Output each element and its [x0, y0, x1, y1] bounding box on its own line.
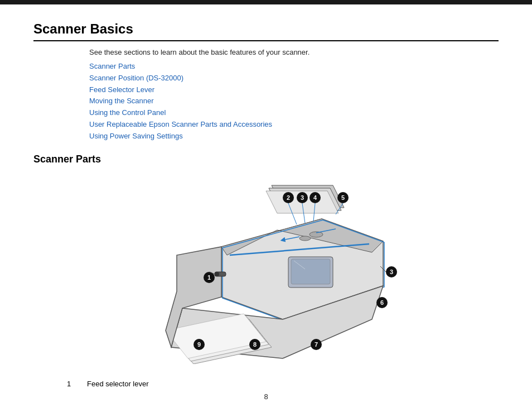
- svg-point-16: [215, 272, 219, 276]
- svg-text:6: 6: [380, 299, 384, 306]
- svg-text:9: 9: [197, 341, 201, 348]
- svg-text:1: 1: [207, 274, 211, 281]
- toc-link-feed-selector[interactable]: Feed Selector Lever: [89, 84, 499, 96]
- toc-link-replaceable-parts[interactable]: User Replaceable Epson Scanner Parts and…: [89, 119, 499, 131]
- svg-text:2: 2: [287, 194, 290, 201]
- toc-link-scanner-position[interactable]: Scanner Position (DS-32000): [89, 73, 499, 84]
- toc-link-moving-scanner[interactable]: Moving the Scanner: [89, 95, 499, 107]
- legend-number-1: 1: [67, 380, 76, 388]
- scanner-illustration: 1 2 3 4 5 6 7 8 9: [127, 174, 405, 364]
- page-number: 8: [33, 392, 499, 401]
- table-of-contents: Scanner Parts Scanner Position (DS-32000…: [89, 61, 499, 142]
- main-content: Scanner Basics See these sections to lea…: [0, 4, 532, 412]
- scanner-diagram: 1 2 3 4 5 6 7 8 9: [33, 174, 499, 375]
- top-bar: [0, 0, 532, 4]
- svg-text:8: 8: [253, 341, 257, 348]
- legend-item-1: 1 Feed selector lever: [67, 380, 499, 388]
- legend-label-1: Feed selector lever: [87, 380, 149, 388]
- section-title-scanner-parts: Scanner Parts: [33, 154, 499, 165]
- toc-link-scanner-parts[interactable]: Scanner Parts: [89, 61, 499, 73]
- toc-link-power-saving[interactable]: Using Power Saving Settings: [89, 131, 499, 142]
- intro-text: See these sections to learn about the ba…: [89, 48, 499, 56]
- svg-text:3: 3: [301, 194, 304, 201]
- parts-legend: 1 Feed selector lever: [67, 380, 499, 388]
- svg-text:4: 4: [313, 194, 317, 201]
- toc-link-control-panel[interactable]: Using the Control Panel: [89, 107, 499, 119]
- svg-text:5: 5: [341, 194, 345, 201]
- page-title: Scanner Basics: [33, 21, 499, 41]
- svg-text:3: 3: [390, 269, 393, 275]
- svg-text:7: 7: [315, 341, 318, 348]
- svg-point-18: [299, 236, 311, 241]
